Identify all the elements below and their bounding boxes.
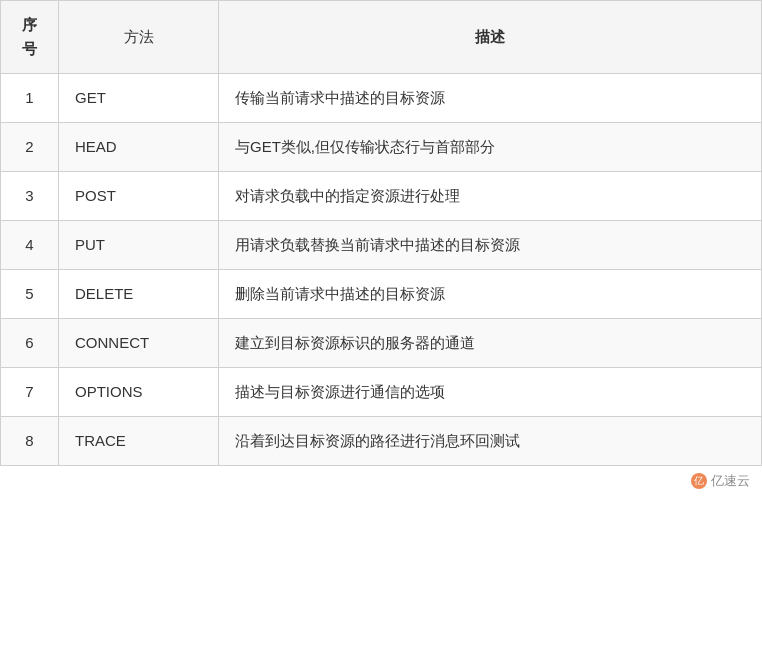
table-row: 1GET传输当前请求中描述的目标资源 (1, 74, 762, 123)
table-row: 5DELETE删除当前请求中描述的目标资源 (1, 270, 762, 319)
watermark-text: 亿速云 (711, 472, 750, 490)
cell-description: 描述与目标资源进行通信的选项 (219, 368, 762, 417)
cell-method: GET (59, 74, 219, 123)
table-header-row: 序 号 方法 描述 (1, 1, 762, 74)
cell-index: 3 (1, 172, 59, 221)
watermark-icon: 亿 (691, 473, 707, 489)
table-row: 8TRACE沿着到达目标资源的路径进行消息环回测试 (1, 417, 762, 466)
cell-description: 与GET类似,但仅传输状态行与首部部分 (219, 123, 762, 172)
table-row: 4PUT用请求负载替换当前请求中描述的目标资源 (1, 221, 762, 270)
cell-method: CONNECT (59, 319, 219, 368)
cell-method: HEAD (59, 123, 219, 172)
header-index: 序 号 (1, 1, 59, 74)
cell-index: 4 (1, 221, 59, 270)
table-row: 3POST对请求负载中的指定资源进行处理 (1, 172, 762, 221)
cell-index: 7 (1, 368, 59, 417)
cell-method: OPTIONS (59, 368, 219, 417)
header-description: 描述 (219, 1, 762, 74)
cell-description: 对请求负载中的指定资源进行处理 (219, 172, 762, 221)
header-method: 方法 (59, 1, 219, 74)
cell-description: 传输当前请求中描述的目标资源 (219, 74, 762, 123)
cell-index: 5 (1, 270, 59, 319)
cell-method: POST (59, 172, 219, 221)
table-container: 序 号 方法 描述 1GET传输当前请求中描述的目标资源2HEAD与GET类似,… (0, 0, 762, 496)
cell-description: 沿着到达目标资源的路径进行消息环回测试 (219, 417, 762, 466)
cell-description: 用请求负载替换当前请求中描述的目标资源 (219, 221, 762, 270)
cell-index: 1 (1, 74, 59, 123)
cell-method: PUT (59, 221, 219, 270)
table-row: 2HEAD与GET类似,但仅传输状态行与首部部分 (1, 123, 762, 172)
cell-method: DELETE (59, 270, 219, 319)
http-methods-table: 序 号 方法 描述 1GET传输当前请求中描述的目标资源2HEAD与GET类似,… (0, 0, 762, 466)
watermark: 亿 亿速云 (0, 466, 762, 496)
table-row: 6CONNECT建立到目标资源标识的服务器的通道 (1, 319, 762, 368)
cell-index: 6 (1, 319, 59, 368)
cell-description: 建立到目标资源标识的服务器的通道 (219, 319, 762, 368)
cell-index: 8 (1, 417, 59, 466)
cell-index: 2 (1, 123, 59, 172)
table-row: 7OPTIONS描述与目标资源进行通信的选项 (1, 368, 762, 417)
cell-method: TRACE (59, 417, 219, 466)
cell-description: 删除当前请求中描述的目标资源 (219, 270, 762, 319)
